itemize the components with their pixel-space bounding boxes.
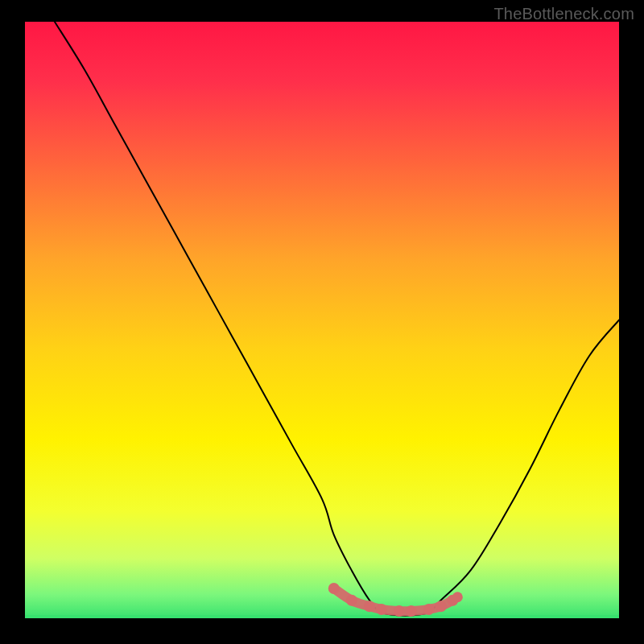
svg-rect-1 bbox=[25, 22, 619, 618]
optimal-zone-dot bbox=[394, 605, 405, 617]
optimal-zone-dot bbox=[328, 583, 340, 594]
optimal-zone-dot bbox=[423, 604, 435, 615]
optimal-zone-dot bbox=[376, 604, 387, 615]
optimal-zone-dot bbox=[346, 595, 357, 606]
optimal-zone-dot bbox=[406, 605, 417, 617]
svg-rect-2 bbox=[25, 615, 619, 618]
optimal-zone-dot bbox=[436, 601, 447, 612]
optimal-zone-dot bbox=[364, 601, 375, 612]
bottleneck-chart bbox=[0, 0, 644, 644]
chart-frame: TheBottleneck.com bbox=[0, 0, 644, 644]
optimal-zone-end-dot bbox=[452, 592, 463, 602]
